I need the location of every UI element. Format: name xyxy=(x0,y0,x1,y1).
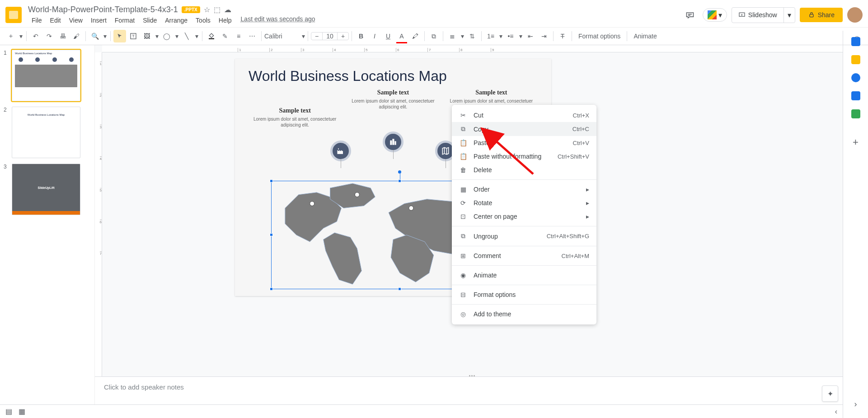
ctx-rotate[interactable]: ⟳ Rotate▸ xyxy=(452,196,596,210)
redo-button[interactable]: ↷ xyxy=(43,30,56,42)
underline-button[interactable]: U xyxy=(382,30,394,42)
buildings-pin-icon[interactable] xyxy=(383,132,404,152)
font-size-increase[interactable]: + xyxy=(338,33,348,40)
account-avatar[interactable] xyxy=(847,7,863,23)
sample-text-body[interactable]: Lorem ipsum dolor sit amet, consectetuer… xyxy=(347,98,439,110)
tasks-icon[interactable] xyxy=(851,73,860,82)
sample-text-heading[interactable]: Sample text xyxy=(347,89,439,96)
image-dropdown[interactable]: ▾ xyxy=(154,30,160,42)
zoom-button[interactable]: 🔍 xyxy=(89,30,101,42)
border-weight-button[interactable]: ≡ xyxy=(232,30,245,42)
keep-icon[interactable] xyxy=(851,55,860,64)
resize-handle[interactable] xyxy=(398,179,401,183)
animate-button[interactable]: Animate xyxy=(630,31,660,42)
border-dash-button[interactable]: ⋯ xyxy=(246,30,258,42)
paint-format-button[interactable]: 🖌 xyxy=(70,30,83,42)
ctx-animate[interactable]: ◉ Animate xyxy=(452,268,596,282)
document-title[interactable]: World-Map-PowerPoint-Template-5-4x3-1 xyxy=(28,5,178,14)
font-size-decrease[interactable]: − xyxy=(311,33,322,40)
bold-button[interactable]: B xyxy=(355,30,367,42)
ctx-add-theme[interactable]: ◎ Add to theme xyxy=(452,307,596,321)
slides-app-icon[interactable] xyxy=(5,7,22,23)
bulleted-list-button[interactable]: •≡ xyxy=(504,30,517,42)
ctx-paste-wo[interactable]: 📋 Paste without formattingCtrl+Shift+V xyxy=(452,150,596,163)
slide-thumb-3[interactable]: SlideUpLift xyxy=(12,164,80,215)
filmstrip-view-icon[interactable]: ▤ xyxy=(5,407,12,416)
slideshow-button[interactable]: Slideshow xyxy=(732,8,784,23)
image-tool[interactable]: 🖼 xyxy=(141,30,153,42)
ctx-order[interactable]: ▦ Order▸ xyxy=(452,183,596,196)
align-dropdown[interactable]: ▾ xyxy=(460,30,465,42)
meet-button[interactable]: ▾ xyxy=(703,8,727,22)
collapse-filmstrip-icon[interactable]: ‹ xyxy=(835,408,837,416)
menu-arrange[interactable]: Arrange xyxy=(161,15,191,25)
text-color-button[interactable]: A xyxy=(395,30,408,42)
share-button[interactable]: Share xyxy=(800,8,843,22)
notes-resize-grip[interactable] xyxy=(469,375,480,379)
ctx-delete[interactable]: 🗑 Delete xyxy=(452,163,596,177)
link-button[interactable]: ⧉ xyxy=(427,30,440,42)
clear-formatting-button[interactable]: T xyxy=(556,30,569,42)
highlight-button[interactable]: 🖍 xyxy=(409,30,422,42)
new-slide-dropdown[interactable]: ▾ xyxy=(18,30,23,42)
border-color-button[interactable]: ✎ xyxy=(219,30,231,42)
menu-insert[interactable]: Insert xyxy=(87,15,110,25)
menu-help[interactable]: Help xyxy=(215,15,235,25)
add-on-plus-icon[interactable]: + xyxy=(853,136,859,148)
align-button[interactable]: ≣ xyxy=(446,30,459,42)
undo-button[interactable]: ↶ xyxy=(29,30,42,42)
explore-button[interactable]: ✦ xyxy=(822,385,838,402)
shape-dropdown[interactable]: ▾ xyxy=(174,30,179,42)
sample-text-body[interactable]: Lorem ipsum dolor sit amet, consectetuer… xyxy=(249,116,341,128)
outdent-button[interactable]: ⇤ xyxy=(524,30,537,42)
line-tool[interactable]: ╲ xyxy=(180,30,193,42)
ctx-cut[interactable]: ✂ CutCtrl+X xyxy=(452,108,596,122)
resize-handle[interactable] xyxy=(270,287,273,291)
italic-button[interactable]: I xyxy=(368,30,381,42)
last-edit-link[interactable]: Last edit was seconds ago xyxy=(241,15,315,25)
zoom-dropdown[interactable]: ▾ xyxy=(102,30,108,42)
numbered-list-dropdown[interactable]: ▾ xyxy=(498,30,503,42)
filmstrip[interactable]: 1 World Business Locations Map 2 World B… xyxy=(0,45,95,404)
ctx-format-options[interactable]: ⊟ Format options xyxy=(452,288,596,301)
ctx-center[interactable]: ⊡ Center on page▸ xyxy=(452,210,596,223)
menu-slide[interactable]: Slide xyxy=(139,15,160,25)
maps-icon[interactable] xyxy=(851,109,860,118)
resize-handle[interactable] xyxy=(398,287,401,291)
slide-thumb-2[interactable]: World Business Locations Map xyxy=(12,107,80,158)
indent-button[interactable]: ⇥ xyxy=(538,30,550,42)
format-options-button[interactable]: Format options xyxy=(575,31,624,42)
fill-color-button[interactable] xyxy=(205,30,218,42)
font-select[interactable]: Calibri▾ xyxy=(264,33,305,40)
ctx-ungroup[interactable]: ⧉ UngroupCtrl+Alt+Shift+G xyxy=(452,229,596,243)
ctx-paste[interactable]: 📋 PasteCtrl+V xyxy=(452,136,596,150)
grid-view-icon[interactable]: ▦ xyxy=(19,407,25,416)
move-icon[interactable]: ⬚ xyxy=(214,5,221,14)
menu-view[interactable]: View xyxy=(66,15,86,25)
select-tool[interactable] xyxy=(113,30,126,42)
speaker-notes[interactable]: Click to add speaker notes xyxy=(95,376,843,404)
cloud-status-icon[interactable]: ☁ xyxy=(224,5,231,14)
menu-file[interactable]: File xyxy=(28,15,46,25)
factory-pin-icon[interactable] xyxy=(330,141,351,161)
ctx-copy[interactable]: ⧉ CopyCtrl+C xyxy=(452,122,596,136)
menu-format[interactable]: Format xyxy=(111,15,138,25)
slideshow-dropdown[interactable]: ▾ xyxy=(784,8,795,23)
slide-title[interactable]: World Business Locations Map xyxy=(249,68,538,85)
rotate-handle[interactable] xyxy=(398,170,401,174)
comments-icon[interactable] xyxy=(682,7,698,23)
resize-handle[interactable] xyxy=(270,233,273,236)
sample-text-heading[interactable]: Sample text xyxy=(445,89,538,96)
slide-thumb-1[interactable]: World Business Locations Map xyxy=(12,50,80,101)
speaker-notes-placeholder[interactable]: Click to add speaker notes xyxy=(104,383,184,391)
line-spacing-button[interactable]: ⇅ xyxy=(466,30,479,42)
ctx-comment[interactable]: ⊞ CommentCtrl+Alt+M xyxy=(452,249,596,263)
menu-edit[interactable]: Edit xyxy=(47,15,65,25)
calendar-icon[interactable] xyxy=(851,37,860,46)
resize-handle[interactable] xyxy=(270,179,273,183)
print-button[interactable]: 🖶 xyxy=(56,30,69,42)
new-slide-button[interactable]: ＋ xyxy=(5,30,17,42)
font-size-input[interactable]: 10 xyxy=(322,33,338,40)
numbered-list-button[interactable]: 1≡ xyxy=(484,30,497,42)
textbox-tool[interactable]: T xyxy=(127,30,140,42)
